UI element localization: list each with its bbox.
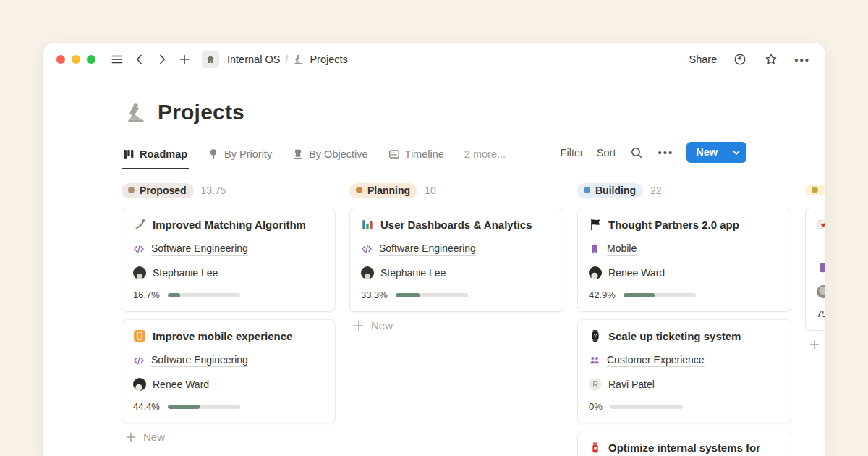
view-options-icon[interactable]: •••: [658, 146, 673, 159]
microscope-icon: [293, 54, 305, 65]
page-header: Projects: [125, 100, 825, 124]
person-row: Renee Ward: [133, 377, 324, 391]
status-dot: [128, 187, 135, 193]
relation-label[interactable]: Mobile: [607, 242, 637, 256]
column-count: 13.75: [201, 185, 226, 196]
person-row: Renee Ward: [589, 266, 780, 279]
card-user-dashboards-analytics[interactable]: User Dashboards & Analytics Software Eng…: [349, 208, 563, 312]
relation-row[interactable]: [817, 261, 825, 274]
add-card-button[interactable]: New: [349, 319, 563, 332]
filter-button[interactable]: Filter: [561, 147, 584, 159]
pin-icon: [208, 148, 219, 160]
person-row: Stephanie Lee: [133, 266, 324, 279]
search-icon[interactable]: [629, 145, 644, 161]
card-cropped[interactable]: 75: [805, 208, 825, 331]
relation-row[interactable]: Software Engineering: [361, 242, 552, 256]
view-toolbar: Filter Sort ••• New: [561, 142, 746, 169]
column-proposed: Proposed 13.75 Improved Matching Algorit…: [122, 182, 336, 443]
mobile-phone-purple-icon: [589, 243, 600, 255]
relation-label[interactable]: Software Engineering: [151, 242, 248, 256]
window-topbar: Internal OS / Projects Share •••: [43, 43, 825, 75]
code-icon: [133, 355, 145, 366]
view-tabs: Roadmap By Priority By Objective Timelin…: [122, 148, 507, 169]
back-icon[interactable]: [132, 51, 148, 67]
app-window: Internal OS / Projects Share •••: [43, 43, 825, 456]
card-improve-mobile-experience[interactable]: Improve mobile experience Software Engin…: [122, 319, 336, 423]
fire-extinguisher-icon: [589, 441, 602, 454]
card-scale-up-ticketing-system[interactable]: Scale up ticketing system Customer Exper…: [577, 319, 791, 423]
relation-label[interactable]: Customer Experience: [607, 354, 705, 367]
topbar-actions: Share •••: [689, 51, 810, 67]
progress-label: 16.7%: [133, 290, 160, 300]
person-name: Stephanie Lee: [153, 267, 218, 279]
code-icon: [361, 243, 373, 255]
kanban-board: Proposed 13.75 Improved Matching Algorit…: [122, 182, 825, 456]
breadcrumb-separator: /: [285, 54, 288, 65]
person-name: Renee Ward: [608, 267, 665, 279]
relation-row[interactable]: Software Engineering: [133, 242, 324, 256]
plus-icon: [125, 431, 137, 443]
home-icon[interactable]: [202, 51, 219, 68]
card-title: Improve mobile experience: [153, 330, 292, 342]
plus-icon: [353, 320, 365, 332]
relation-row[interactable]: Software Engineering: [133, 353, 324, 367]
column-header[interactable]: [805, 182, 825, 198]
card-title: User Dashboards & Analytics: [380, 219, 532, 231]
card-optimize-internal-systems[interactable]: Optimize internal systems for: [577, 431, 791, 456]
forward-icon[interactable]: [154, 51, 170, 67]
relation-label[interactable]: Software Engineering: [151, 354, 248, 367]
history-clock-icon[interactable]: [732, 51, 748, 67]
add-card-button[interactable]: New: [122, 431, 336, 443]
microscope-icon[interactable]: [125, 101, 148, 124]
card-thought-partners-app[interactable]: Thought Partners 2.0 app Mobile Renee Wa…: [577, 208, 791, 312]
maximize-window-button[interactable]: [87, 55, 95, 64]
avatar: [133, 378, 146, 391]
relation-row[interactable]: Customer Experience: [589, 353, 780, 367]
new-button[interactable]: New: [686, 142, 746, 163]
more-options-icon[interactable]: •••: [794, 54, 810, 66]
column-count: 22: [650, 185, 662, 196]
card-title: Thought Partners 2.0 app: [608, 219, 739, 231]
breadcrumb-page[interactable]: Projects: [310, 54, 347, 65]
column-planning: Planning 10 User Dashboards & Analytics …: [349, 182, 563, 332]
love-letter-icon: [817, 218, 825, 231]
black-flag-icon: [589, 218, 602, 231]
tab-timeline[interactable]: Timeline: [387, 148, 446, 169]
progress-track: [396, 293, 468, 297]
share-button[interactable]: Share: [689, 54, 718, 65]
progress-row: 75: [817, 308, 825, 319]
progress-row: 42.9%: [589, 290, 780, 300]
sidebar-toggle-icon[interactable]: [109, 51, 125, 67]
card-improved-matching-algorithm[interactable]: Improved Matching Algorithm Software Eng…: [122, 208, 336, 312]
card-title: Scale up ticketing system: [608, 330, 741, 342]
column-building: Building 22 Thought Partners 2.0 app Mob…: [577, 182, 791, 456]
close-window-button[interactable]: [56, 55, 65, 64]
progress-fill: [168, 293, 180, 297]
bow-and-arrow-icon: [133, 218, 146, 231]
relation-label[interactable]: Software Engineering: [379, 242, 476, 256]
new-button-chevron-down-icon[interactable]: [726, 142, 746, 163]
breadcrumb: Internal OS / Projects: [227, 54, 348, 65]
tab-by-priority[interactable]: By Priority: [206, 148, 273, 169]
new-button-label[interactable]: New: [686, 142, 726, 163]
tab-by-objective[interactable]: By Objective: [291, 148, 369, 169]
progress-fill: [168, 405, 200, 409]
new-page-plus-icon[interactable]: [176, 51, 192, 67]
column-header[interactable]: Planning 10: [349, 182, 563, 198]
progress-fill: [624, 293, 655, 297]
relation-row[interactable]: Mobile: [589, 242, 780, 256]
tab-more-views[interactable]: 2 more...: [463, 148, 507, 169]
minimize-window-button[interactable]: [72, 55, 80, 64]
status-badge: Building: [577, 183, 643, 198]
favorite-star-icon[interactable]: [763, 51, 779, 67]
column-header[interactable]: Building 22: [577, 182, 791, 198]
avatar: [361, 266, 374, 279]
add-card-button[interactable]: New: [805, 338, 825, 350]
person-name: Stephanie Lee: [380, 267, 446, 279]
column-cropped: 75 New: [805, 182, 825, 350]
breadcrumb-workspace[interactable]: Internal OS: [227, 54, 280, 65]
sort-button[interactable]: Sort: [597, 147, 616, 159]
column-header[interactable]: Proposed 13.75: [122, 182, 336, 198]
progress-label: 0%: [589, 401, 603, 412]
tab-roadmap[interactable]: Roadmap: [122, 148, 189, 169]
